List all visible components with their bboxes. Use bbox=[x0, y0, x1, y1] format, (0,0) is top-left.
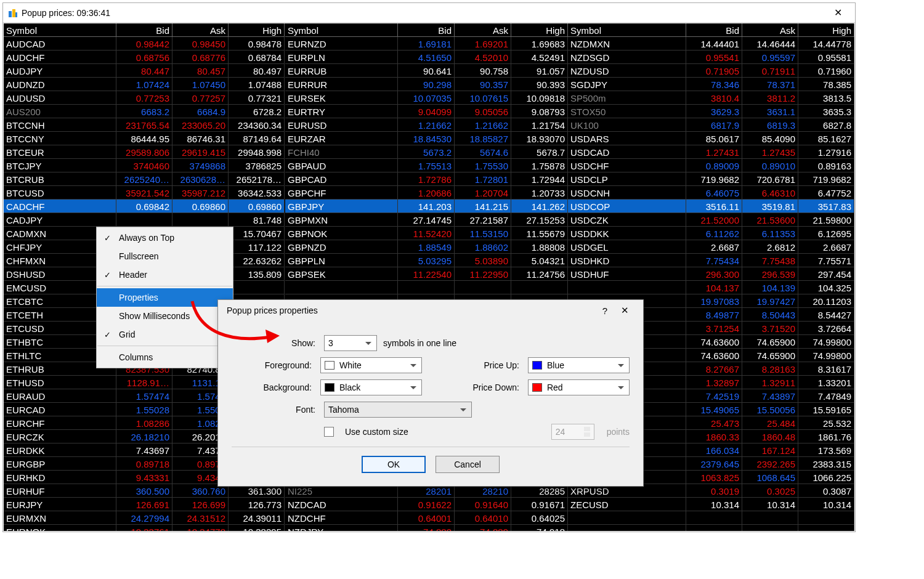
price-row[interactable]: GBPAUD1.755131.755301.75878 bbox=[285, 159, 568, 172]
price-row[interactable]: EURNOK10.3376110.3477810.38295 bbox=[4, 525, 285, 531]
price-row[interactable]: USDDKK6.112626.113536.12695 bbox=[568, 227, 854, 240]
price-row[interactable]: BTCCNY86444.9586746.3187149.64 bbox=[4, 132, 285, 145]
price-row[interactable]: EURNZD1.691811.692011.69683 bbox=[285, 37, 568, 51]
price-row[interactable]: FCHI405673.25674.65678.7 bbox=[285, 145, 568, 159]
priceup-select[interactable]: Blue bbox=[528, 357, 630, 373]
col-high[interactable]: High bbox=[511, 23, 568, 37]
price-row[interactable] bbox=[568, 525, 854, 531]
price-row[interactable]: GBPJPY141.203141.215141.262 bbox=[285, 200, 568, 213]
price-row[interactable]: GBPSEK11.2254011.2295011.24756 bbox=[285, 267, 568, 281]
price-row[interactable]: NZDCAD0.916220.916400.91671 bbox=[285, 498, 568, 511]
price-row[interactable]: BTCCNH231765.54233065.20234360.34 bbox=[4, 118, 285, 132]
foreground-select[interactable]: White bbox=[320, 357, 422, 373]
price-row[interactable]: SP500m3810.43811.23813.5 bbox=[568, 91, 854, 105]
price-row[interactable]: NZDSGD0.955410.955970.95581 bbox=[568, 51, 854, 64]
price-row[interactable]: GBPMXN27.1474527.2158727.15253 bbox=[285, 213, 568, 227]
col-symbol[interactable]: Symbol bbox=[285, 23, 398, 37]
price-row[interactable]: UK1006817.96819.36827.8 bbox=[568, 118, 854, 132]
col-high[interactable]: High bbox=[229, 23, 285, 37]
price-row[interactable] bbox=[568, 511, 854, 525]
price-row[interactable]: EURTRY9.040999.050569.08793 bbox=[285, 105, 568, 118]
price-row[interactable]: GBPCHF1.206861.207041.20733 bbox=[285, 186, 568, 200]
cell-high: 29948.998 bbox=[229, 145, 285, 159]
close-button[interactable]: ✕ bbox=[825, 7, 850, 18]
price-row[interactable]: USDCOP3516.113519.813517.83 bbox=[568, 200, 854, 213]
price-row[interactable]: USDGEL2.66872.68122.6687 bbox=[568, 240, 854, 254]
price-row[interactable]: NZDMXN14.4440114.4644414.44778 bbox=[568, 37, 854, 51]
price-row[interactable]: NZDCHF0.640010.640100.64025 bbox=[285, 511, 568, 525]
price-row[interactable]: NZDJPY74.88074.88974.918 bbox=[285, 525, 568, 531]
cell-symbol: GBPAUD bbox=[285, 159, 398, 172]
show-spinner[interactable]: 3 bbox=[324, 335, 377, 351]
price-row[interactable]: EURRUB90.64190.75891.057 bbox=[285, 64, 568, 78]
price-row[interactable]: USDHUF296.300296.539297.454 bbox=[568, 267, 854, 281]
price-row[interactable]: EURSEK10.0703510.0761510.09818 bbox=[285, 91, 568, 105]
price-row[interactable]: NZDUSD0.719050.719110.71960 bbox=[568, 64, 854, 78]
price-row[interactable]: CADCHF0.698420.698600.69860 bbox=[4, 200, 285, 213]
price-row[interactable]: USDCHF0.890090.890100.89163 bbox=[568, 159, 854, 172]
col-bid[interactable]: Bid bbox=[686, 23, 742, 37]
price-row[interactable] bbox=[285, 281, 568, 294]
price-row[interactable]: AUDUSD0.772530.772570.77321 bbox=[4, 91, 285, 105]
price-row[interactable]: GBPNZD1.885491.886021.88808 bbox=[285, 240, 568, 254]
cell-bid: 141.203 bbox=[398, 200, 455, 213]
menu-item-columns[interactable]: Columns bbox=[97, 348, 233, 366]
menu-item-properties[interactable]: Properties bbox=[97, 288, 233, 307]
price-row[interactable]: STOX503629.33631.13635.3 bbox=[568, 105, 854, 118]
cell-ask: 15.50056 bbox=[742, 403, 798, 416]
price-row[interactable]: USDCNH6.460756.463106.47752 bbox=[568, 186, 854, 200]
price-row[interactable]: SGDJPY78.34678.37178.385 bbox=[568, 78, 854, 91]
pricedown-select[interactable]: Red bbox=[528, 379, 630, 395]
price-row[interactable]: AUDNZD1.074241.074501.07488 bbox=[4, 78, 285, 91]
price-row[interactable]: BTCEUR29589.80629619.41529948.998 bbox=[4, 145, 285, 159]
cell-symbol: EURUSD bbox=[285, 118, 398, 132]
price-row[interactable]: ZECUSD10.31410.31410.314 bbox=[568, 498, 854, 511]
cell-ask: 1.20704 bbox=[455, 186, 511, 200]
cell-symbol: EURNOK bbox=[4, 525, 116, 531]
col-ask[interactable]: Ask bbox=[742, 23, 798, 37]
price-row[interactable]: EURMXN24.2799424.3151224.39011 bbox=[4, 511, 285, 525]
col-symbol[interactable]: Symbol bbox=[568, 23, 686, 37]
price-row[interactable]: EURPLN4.516504.520104.52491 bbox=[285, 51, 568, 64]
price-row[interactable]: EURRUR90.29890.35790.393 bbox=[285, 78, 568, 91]
col-bid[interactable]: Bid bbox=[116, 23, 172, 37]
price-row[interactable]: USDCLP719.9682720.6781719.9682 bbox=[568, 172, 854, 186]
col-bid[interactable]: Bid bbox=[398, 23, 455, 37]
background-select[interactable]: Black bbox=[320, 379, 422, 395]
menu-item-show-milliseconds[interactable]: Show Milliseconds bbox=[97, 307, 233, 325]
menu-item-fullscreen[interactable]: Fullscreen bbox=[97, 247, 233, 265]
price-row[interactable]: USDCAD1.274311.274351.27916 bbox=[568, 145, 854, 159]
cancel-button[interactable]: Cancel bbox=[436, 456, 500, 473]
dialog-close-button[interactable]: ✕ bbox=[615, 305, 634, 316]
col-ask[interactable]: Ask bbox=[172, 23, 229, 37]
col-symbol[interactable]: Symbol bbox=[4, 23, 116, 37]
col-ask[interactable]: Ask bbox=[455, 23, 511, 37]
price-row[interactable]: GBPCAD1.727861.728011.72944 bbox=[285, 172, 568, 186]
price-row[interactable]: BTCRUB2625240…2630628…2652178… bbox=[4, 172, 285, 186]
menu-item-header[interactable]: Header bbox=[97, 265, 233, 284]
price-row[interactable]: USDHKD7.754347.754387.75571 bbox=[568, 254, 854, 267]
price-row[interactable]: AUDCAD0.984420.984500.98478 bbox=[4, 37, 285, 51]
price-row[interactable]: AUDJPY80.44780.45780.497 bbox=[4, 64, 285, 78]
help-button[interactable]: ? bbox=[595, 306, 615, 316]
price-row[interactable]: GBPPLN5.032955.038905.04321 bbox=[285, 254, 568, 267]
dialog-title-bar[interactable]: Popup prices properties ? ✕ bbox=[218, 300, 643, 321]
price-row[interactable]: EURUSD1.216621.216621.21754 bbox=[285, 118, 568, 132]
price-row[interactable]: CADJPY81.748 bbox=[4, 213, 285, 227]
price-row[interactable]: USDCZK21.5200021.5360021.59800 bbox=[568, 213, 854, 227]
price-row[interactable]: EURZAR18.8453018.8582718.93070 bbox=[285, 132, 568, 145]
price-row[interactable]: USDARS85.061785.409085.1627 bbox=[568, 132, 854, 145]
price-row[interactable]: BTCUSD35921.54235987.21236342.533 bbox=[4, 186, 285, 200]
price-row[interactable]: 104.137104.139104.325 bbox=[568, 281, 854, 294]
price-row[interactable]: GBPNOK11.5242011.5315011.55679 bbox=[285, 227, 568, 240]
font-select[interactable]: Tahoma bbox=[324, 402, 472, 418]
ok-button[interactable]: OK bbox=[362, 456, 426, 473]
price-row[interactable]: EURJPY126.691126.699126.773 bbox=[4, 498, 285, 511]
menu-item-always-on-top[interactable]: Always on Top bbox=[97, 229, 233, 247]
price-row[interactable]: BTCJPY374046037498683786825 bbox=[4, 159, 285, 172]
price-row[interactable]: AUS2006683.26684.96728.2 bbox=[4, 105, 285, 118]
price-row[interactable]: AUDCHF0.687560.687760.68784 bbox=[4, 51, 285, 64]
menu-item-grid[interactable]: Grid bbox=[97, 325, 233, 344]
col-high[interactable]: High bbox=[798, 23, 854, 37]
custom-size-checkbox[interactable] bbox=[324, 427, 334, 437]
